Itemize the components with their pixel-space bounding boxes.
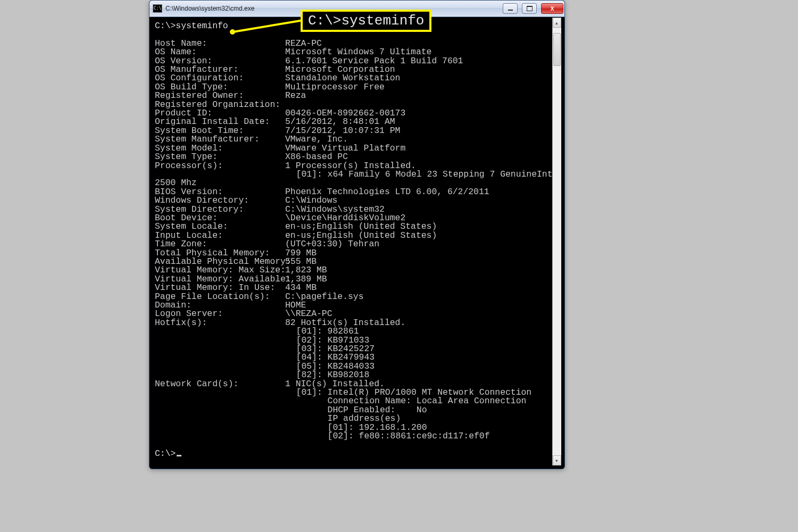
annotation-leader-line <box>229 18 309 39</box>
vertical-scrollbar[interactable]: ▴ ▾ <box>552 18 561 466</box>
annotation-callout: C:\>systeminfo <box>301 10 431 32</box>
cmd-window: C:\ C:\Windows\system32\cmd.exe X C:\>sy… <box>149 0 565 469</box>
client-area: C:\>systeminfo Host Name:REZA-PCOS Name:… <box>153 18 561 466</box>
scroll-up-button[interactable]: ▴ <box>553 18 561 28</box>
window-title: C:\Windows\system32\cmd.exe <box>165 5 254 12</box>
minimize-button[interactable] <box>503 3 518 14</box>
svg-line-0 <box>233 20 303 32</box>
scroll-track[interactable] <box>553 28 561 455</box>
scroll-thumb[interactable] <box>553 33 561 66</box>
maximize-button[interactable] <box>522 3 537 14</box>
scroll-down-button[interactable]: ▾ <box>553 455 561 466</box>
annotation-endpoint-dot <box>230 29 235 35</box>
close-button[interactable]: X <box>541 3 563 14</box>
terminal-output[interactable]: C:\>systeminfo Host Name:REZA-PCOS Name:… <box>153 18 552 466</box>
cmd-icon: C:\ <box>153 4 162 13</box>
